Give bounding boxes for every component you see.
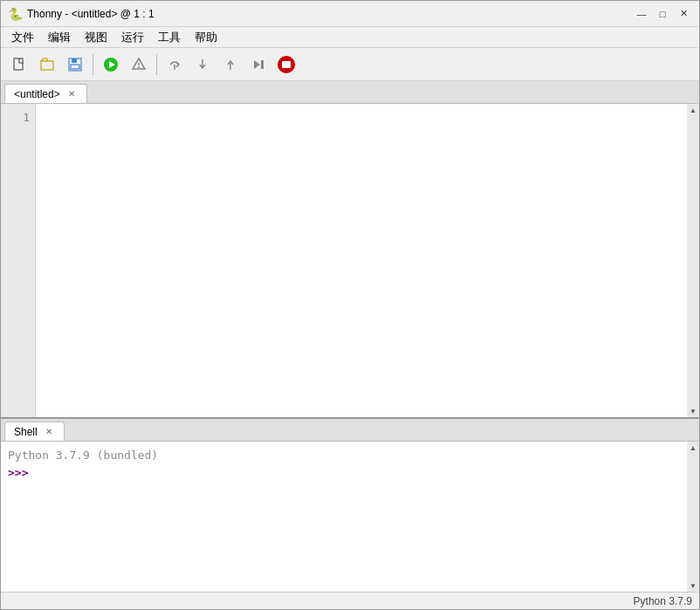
editor-area: <untitled> ✕ 1 ▲ ▼ bbox=[1, 81, 699, 417]
line-numbers: 1 bbox=[1, 104, 36, 417]
step-into-icon bbox=[195, 57, 210, 72]
python-version-status: Python 3.7.9 bbox=[634, 595, 692, 607]
open-icon bbox=[39, 57, 55, 72]
svg-rect-0 bbox=[14, 58, 23, 70]
minimize-button[interactable]: — bbox=[633, 5, 650, 23]
debug-icon bbox=[131, 57, 147, 72]
svg-marker-13 bbox=[254, 60, 260, 69]
status-bar: Python 3.7.9 bbox=[1, 592, 699, 609]
step-over-button[interactable] bbox=[161, 51, 188, 78]
tab-close-button[interactable]: ✕ bbox=[65, 88, 78, 100]
open-button[interactable] bbox=[34, 51, 60, 78]
shell-tab[interactable]: Shell ✕ bbox=[4, 422, 65, 441]
title-controls: — □ ✕ bbox=[633, 5, 692, 23]
save-icon bbox=[67, 57, 83, 72]
svg-rect-3 bbox=[72, 58, 77, 63]
shell-tab-label: Shell bbox=[14, 426, 38, 438]
app-icon: 🐍 bbox=[8, 7, 22, 21]
stop-button[interactable] bbox=[273, 51, 299, 78]
menu-item-3[interactable]: 运行 bbox=[114, 28, 151, 47]
step-over-icon bbox=[167, 57, 182, 72]
scroll-track bbox=[687, 116, 699, 405]
toolbar-separator-1 bbox=[93, 54, 93, 75]
resume-icon bbox=[250, 57, 266, 72]
close-button[interactable]: ✕ bbox=[675, 5, 692, 23]
title-text: Thonny - <untitled> @ 1 : 1 bbox=[27, 8, 154, 20]
svg-rect-14 bbox=[261, 60, 264, 69]
menu-bar: 文件编辑视图运行工具帮助 bbox=[1, 27, 699, 48]
run-button[interactable] bbox=[98, 51, 124, 78]
menu-item-4[interactable]: 工具 bbox=[151, 28, 188, 47]
shell-scrollbar[interactable]: ▲ ▼ bbox=[687, 442, 699, 592]
svg-point-9 bbox=[138, 66, 140, 68]
debug-button[interactable] bbox=[126, 51, 152, 78]
python-version-line: Python 3.7.9 (bundled) bbox=[8, 447, 680, 464]
shell-scroll-up[interactable]: ▲ bbox=[687, 442, 699, 454]
shell-prompt: >>> bbox=[8, 466, 28, 479]
shell-prompt-line: >>> bbox=[8, 464, 680, 482]
scroll-up-arrow[interactable]: ▲ bbox=[687, 104, 699, 116]
svg-rect-16 bbox=[282, 61, 291, 68]
toolbar-separator-2 bbox=[156, 54, 157, 75]
step-into-button[interactable] bbox=[189, 51, 216, 78]
shell-text: Python 3.7.9 (bundled) >>> bbox=[1, 442, 687, 592]
scroll-down-arrow[interactable]: ▼ bbox=[687, 405, 699, 417]
svg-rect-1 bbox=[41, 61, 53, 70]
step-out-icon bbox=[223, 57, 238, 72]
new-button[interactable] bbox=[6, 51, 32, 78]
shell-area: Shell ✕ Python 3.7.9 (bundled) >>> ▲ ▼ bbox=[1, 417, 699, 592]
line-number-1: 1 bbox=[1, 109, 35, 127]
maximize-button[interactable]: □ bbox=[654, 5, 671, 23]
menu-item-0[interactable]: 文件 bbox=[4, 28, 41, 47]
shell-scroll-down[interactable]: ▼ bbox=[687, 579, 699, 592]
menu-item-5[interactable]: 帮助 bbox=[188, 28, 224, 47]
step-out-button[interactable] bbox=[217, 51, 244, 78]
editor-scrollbar[interactable]: ▲ ▼ bbox=[687, 104, 699, 417]
shell-tab-close[interactable]: ✕ bbox=[43, 426, 55, 438]
resume-button[interactable] bbox=[245, 51, 271, 78]
new-icon bbox=[11, 57, 27, 72]
menu-item-2[interactable]: 视图 bbox=[78, 28, 114, 47]
shell-scroll-track bbox=[687, 454, 699, 579]
editor-tab-untitled[interactable]: <untitled> ✕ bbox=[4, 84, 87, 103]
svg-rect-4 bbox=[71, 65, 79, 69]
code-editor: 1 ▲ ▼ bbox=[1, 104, 699, 417]
tab-title: <untitled> bbox=[14, 88, 60, 100]
editor-tabs: <untitled> ✕ bbox=[1, 81, 699, 104]
run-icon bbox=[102, 56, 120, 73]
code-input[interactable] bbox=[36, 104, 687, 417]
title-left: 🐍 Thonny - <untitled> @ 1 : 1 bbox=[8, 7, 154, 21]
toolbar bbox=[1, 48, 699, 81]
menu-item-1[interactable]: 编辑 bbox=[41, 28, 78, 47]
stop-icon bbox=[277, 55, 296, 74]
title-bar: 🐍 Thonny - <untitled> @ 1 : 1 — □ ✕ bbox=[1, 1, 699, 27]
save-button[interactable] bbox=[62, 51, 88, 78]
shell-content: Python 3.7.9 (bundled) >>> ▲ ▼ bbox=[1, 442, 699, 592]
shell-tabs: Shell ✕ bbox=[1, 419, 699, 442]
